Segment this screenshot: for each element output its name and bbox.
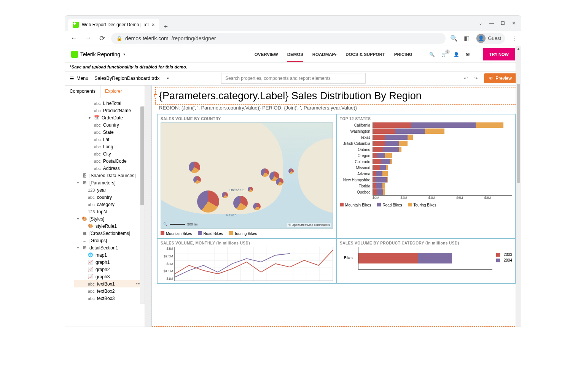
tree-item[interactable]: abcPostalCode bbox=[74, 157, 145, 165]
product-legend: Mountain Bikes Road Bikes Touring Bikes bbox=[340, 203, 512, 207]
tree-item[interactable]: ▼🎨[Styles] bbox=[74, 215, 145, 222]
new-tab-button[interactable]: + bbox=[159, 23, 173, 31]
nav-overview[interactable]: OVERVIEW bbox=[255, 47, 278, 62]
tree-item[interactable]: 🗄[Shared Data Sources] bbox=[74, 172, 145, 179]
explorer-tree[interactable]: abcLineTotalabcProductName▶📅OrderDateabc… bbox=[65, 98, 145, 327]
scrollbar-thumb[interactable] bbox=[140, 106, 144, 205]
forward-button[interactable]: → bbox=[83, 33, 93, 44]
monthly-panel[interactable]: SALES VOLUME, MONTHLY (in millions USD) … bbox=[157, 238, 336, 284]
telerik-favicon-icon bbox=[73, 22, 79, 28]
caret-down-icon: ▾ bbox=[167, 76, 169, 80]
report-subtitle-textbox[interactable]: REGION: {Join(', ', Parameters.country.V… bbox=[157, 104, 516, 111]
reload-button[interactable]: ⟳ bbox=[98, 33, 107, 44]
close-window-button[interactable]: ✕ bbox=[512, 21, 516, 26]
tree-item[interactable]: 🎨styleRule1 bbox=[74, 222, 145, 230]
tree-item[interactable]: abctextBox2 bbox=[74, 287, 145, 295]
tree-item[interactable]: abcState bbox=[74, 129, 145, 136]
tree-item[interactable]: 📈graph1 bbox=[74, 259, 145, 266]
search-input[interactable]: Search properties, components and report… bbox=[221, 73, 366, 84]
tree-item[interactable]: abcCountry bbox=[74, 121, 145, 129]
eye-icon: 👁 bbox=[489, 76, 493, 81]
back-button[interactable]: ← bbox=[69, 33, 79, 44]
undo-button[interactable]: ↶ bbox=[463, 75, 468, 81]
close-tab-icon[interactable]: × bbox=[151, 22, 154, 28]
page-scrollbar[interactable]: ▲ bbox=[516, 46, 521, 327]
tree-item[interactable]: abctextBox3 bbox=[74, 295, 145, 302]
tree-item[interactable]: ▦[CrossSectionItems] bbox=[74, 230, 145, 237]
tree-item[interactable]: abcCity bbox=[74, 150, 145, 157]
top-states-axis: $0M$2M$4M$6M$8M bbox=[373, 195, 512, 200]
hbar-row: Oregon bbox=[340, 153, 512, 158]
scrollbar-thumb[interactable] bbox=[517, 84, 520, 183]
legend-swatch bbox=[198, 231, 202, 235]
map-label-mexico: México bbox=[226, 213, 237, 217]
brand[interactable]: Telerik Reporting ▾ bbox=[71, 51, 125, 58]
chevron-down-icon[interactable]: ⌄ bbox=[479, 21, 482, 26]
hbar-row: California bbox=[340, 122, 512, 128]
tree-item[interactable]: abcLong bbox=[74, 143, 145, 150]
redo-button[interactable]: ↷ bbox=[473, 75, 478, 81]
tree-scrollbar[interactable] bbox=[140, 106, 145, 304]
file-dropdown[interactable]: SalesByRegionDashboard.trdx ▾ bbox=[94, 76, 169, 81]
url-host: demos.telerik.com bbox=[125, 35, 169, 41]
caret-down-icon: ▾ bbox=[335, 53, 336, 57]
tree-item[interactable]: abcLineTotal bbox=[74, 100, 145, 107]
top-states-panel[interactable]: TOP 12 STATES CaliforniaWashingtonTexasB… bbox=[336, 114, 516, 238]
tree-item[interactable]: abcAddress bbox=[74, 165, 145, 172]
tab-explorer[interactable]: Explorer bbox=[100, 86, 127, 98]
nav-roadmap[interactable]: ROADMAP▾ bbox=[312, 47, 336, 62]
site-header: Telerik Reporting ▾ OVERVIEW DEMOS ROADM… bbox=[65, 46, 521, 63]
ruler bbox=[145, 86, 152, 327]
minimize-button[interactable]: ― bbox=[489, 21, 494, 26]
tree-item[interactable]: 123topN bbox=[74, 208, 145, 215]
canvas-area: {Parameters.category.Label} Sales Distri… bbox=[145, 86, 521, 327]
url-input[interactable]: 🔒 demos.telerik.com/reporting/designer bbox=[111, 33, 446, 44]
tree-item[interactable]: abctextBox1••• bbox=[74, 280, 145, 287]
legend-swatch bbox=[161, 231, 164, 235]
tab-components[interactable]: Components bbox=[65, 86, 100, 98]
try-now-button[interactable]: TRY NOW bbox=[483, 48, 515, 60]
category-title: SALES VOLUME BY PRODUCT CATEGORY (in mil… bbox=[340, 241, 512, 245]
tree-item[interactable]: ▼⊞detailSection1 bbox=[74, 244, 145, 251]
nav-demos[interactable]: DEMOS bbox=[287, 47, 303, 62]
tree-item[interactable]: abcProductName bbox=[74, 107, 145, 114]
menu-button[interactable]: ☰ Menu bbox=[70, 76, 88, 81]
report-canvas[interactable]: {Parameters.category.Label} Sales Distri… bbox=[152, 86, 521, 327]
browser-tab[interactable]: Web Report Designer Demo | Tel × bbox=[68, 19, 159, 31]
report-title-textbox[interactable]: {Parameters.category.Label} Sales Distri… bbox=[157, 89, 516, 103]
category-panel[interactable]: SALES VOLUME BY PRODUCT CATEGORY (in mil… bbox=[336, 238, 516, 284]
hbar-row: British Columbia bbox=[340, 141, 512, 146]
pie-marker bbox=[253, 203, 261, 210]
scroll-up-icon[interactable]: ▲ bbox=[516, 47, 521, 51]
pie-marker bbox=[189, 162, 200, 173]
nav-docs[interactable]: DOCS & SUPPORT bbox=[346, 47, 385, 62]
tree-item[interactable]: ≡[Groups] bbox=[74, 237, 145, 244]
pie-marker bbox=[288, 168, 294, 174]
tree-item[interactable]: 123year bbox=[74, 186, 145, 194]
nav-pricing[interactable]: PRICING bbox=[394, 47, 412, 62]
preview-button[interactable]: 👁 Preview bbox=[484, 73, 516, 83]
top-states-title: TOP 12 STATES bbox=[340, 117, 512, 121]
tree-item[interactable]: 📈graph3 bbox=[74, 273, 145, 280]
hbar-row: Quebec bbox=[340, 189, 512, 195]
profile-button[interactable]: 👤 Guest bbox=[476, 33, 505, 44]
tree-item[interactable]: 🌐map1 bbox=[74, 251, 145, 259]
tree-item[interactable]: abccategory bbox=[74, 201, 145, 208]
tree-item[interactable]: ▼⊞[Parameters] bbox=[74, 179, 145, 186]
tree-item[interactable]: ▶📅OrderDate bbox=[74, 114, 145, 121]
tree-item[interactable]: abccountry bbox=[74, 194, 145, 201]
search-icon[interactable]: 🔍 bbox=[429, 52, 435, 57]
search-icon[interactable]: 🔍 bbox=[450, 35, 458, 42]
map-panel[interactable]: SALES VOLUME BY COUNTRY United St… Méxic… bbox=[157, 114, 336, 238]
maximize-button[interactable]: ☐ bbox=[501, 21, 505, 26]
contact-icon[interactable]: ✉ bbox=[466, 52, 470, 57]
tree-item[interactable]: 📈graph2 bbox=[74, 266, 145, 273]
hbar-row: Ontario bbox=[340, 147, 512, 152]
url-path: /reporting/designer bbox=[172, 35, 216, 41]
tree-item[interactable]: abcLat bbox=[74, 136, 145, 143]
panel-icon[interactable]: ◧ bbox=[464, 35, 470, 42]
hamburger-icon: ☰ bbox=[70, 76, 74, 81]
cart-button[interactable]: 🛒0 bbox=[441, 52, 447, 57]
kebab-menu-icon[interactable]: ⋮ bbox=[511, 35, 517, 42]
account-icon[interactable]: 👤 bbox=[454, 52, 459, 57]
